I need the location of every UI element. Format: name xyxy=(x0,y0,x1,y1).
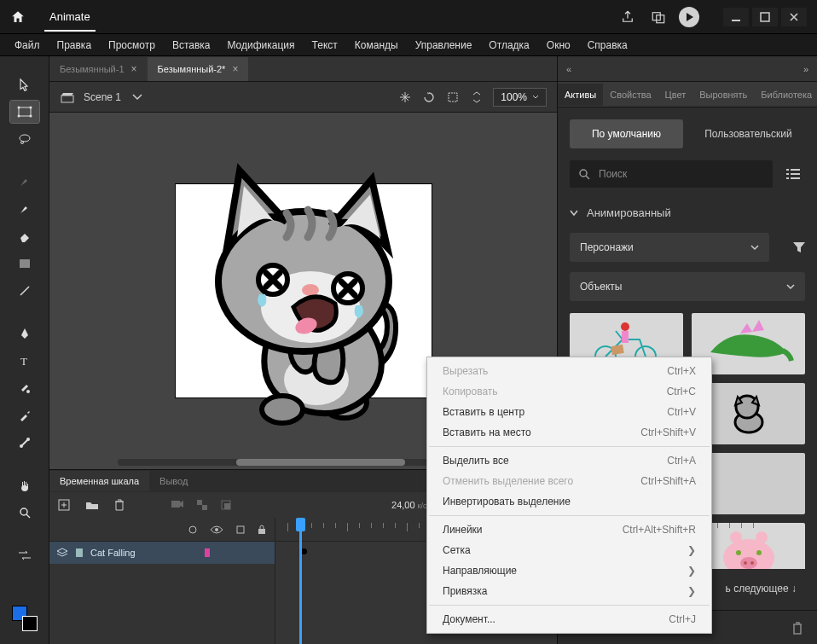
doc-tab-1-label: Безымянный-1 xyxy=(60,64,125,74)
fit-icon[interactable] xyxy=(469,90,484,105)
svg-point-70 xyxy=(740,557,757,569)
section-animated[interactable]: Анимированный xyxy=(558,198,817,228)
menu-control[interactable]: Управление xyxy=(408,36,480,55)
doc-tab-2[interactable]: Безымянный-2*× xyxy=(148,57,249,81)
context-menu-item[interactable]: Выделить всеCtrl+A xyxy=(427,450,711,471)
eraser-tool[interactable] xyxy=(10,225,39,247)
menu-edit[interactable]: Правка xyxy=(49,36,100,55)
layer-name: Cat Falling xyxy=(90,548,136,558)
outline-icon[interactable] xyxy=(235,525,246,535)
timeline-tab[interactable]: Временная шкала xyxy=(49,471,149,491)
menu-view[interactable]: Просмотр xyxy=(101,36,163,55)
close-icon[interactable]: × xyxy=(232,63,238,75)
free-transform-tool[interactable] xyxy=(10,101,39,123)
menu-commands[interactable]: Команды xyxy=(347,36,406,55)
context-menu-item[interactable]: Документ...Ctrl+J xyxy=(427,609,711,629)
svg-line-12 xyxy=(20,287,29,295)
center-stage-icon[interactable] xyxy=(397,90,413,105)
context-menu-item[interactable]: ЛинейкиCtrl+Alt+Shift+R xyxy=(427,519,711,540)
menu-modify[interactable]: Модификация xyxy=(219,36,302,55)
context-menu-item[interactable]: Сетка❯ xyxy=(427,540,711,560)
tab-library[interactable]: Библиотека xyxy=(754,84,817,106)
lock-icon[interactable] xyxy=(258,525,266,535)
scene-clapper-icon[interactable] xyxy=(60,90,75,105)
camera-icon[interactable] xyxy=(171,499,184,511)
output-tab[interactable]: Вывод xyxy=(149,471,198,491)
selection-tool[interactable] xyxy=(10,73,39,96)
close-button[interactable] xyxy=(781,8,807,26)
dropdown-characters[interactable]: Персонажи xyxy=(570,233,769,262)
text-tool[interactable]: T xyxy=(10,350,39,372)
clip-mask-icon[interactable] xyxy=(445,90,461,105)
trash-icon[interactable] xyxy=(791,621,803,635)
add-layer-icon[interactable] xyxy=(58,499,70,511)
tab-assets[interactable]: Активы xyxy=(558,84,603,106)
hand-tool[interactable] xyxy=(10,474,39,496)
share-icon[interactable] xyxy=(615,4,640,30)
chevron-down-icon[interactable] xyxy=(130,90,145,105)
context-menu: ВырезатьCtrl+XКопироватьCtrl+CВставить в… xyxy=(426,357,712,634)
play-preview-button[interactable] xyxy=(676,4,702,30)
tab-properties[interactable]: Свойства xyxy=(603,84,658,106)
context-menu-item[interactable]: Привязка❯ xyxy=(427,581,711,601)
eyedropper-tool[interactable] xyxy=(10,404,39,426)
swap-icon[interactable] xyxy=(10,544,39,566)
mode-custom-button[interactable]: Пользовательский xyxy=(692,119,805,148)
menu-debug[interactable]: Отладка xyxy=(481,36,536,55)
maximize-button[interactable] xyxy=(752,8,778,26)
visibility-icon[interactable] xyxy=(210,525,223,534)
menu-help[interactable]: Справка xyxy=(580,36,635,55)
menu-file[interactable]: Файл xyxy=(7,36,48,55)
stroke-color-swatch[interactable] xyxy=(22,616,38,631)
svg-rect-19 xyxy=(61,96,73,102)
tab-color[interactable]: Цвет xyxy=(658,84,693,106)
layer-row[interactable]: Cat Falling xyxy=(49,542,275,564)
trash-icon[interactable] xyxy=(114,499,125,511)
rectangle-tool[interactable] xyxy=(10,252,39,275)
pen-tool[interactable] xyxy=(10,322,39,345)
close-icon[interactable]: × xyxy=(131,63,137,75)
keyframe-dot[interactable] xyxy=(301,548,307,554)
keyframe-marker[interactable] xyxy=(205,548,210,557)
minimize-button[interactable] xyxy=(723,8,749,26)
tab-align[interactable]: Выровнять xyxy=(692,84,754,106)
lasso-tool[interactable] xyxy=(10,128,39,150)
bone-tool[interactable] xyxy=(10,432,39,454)
fluid-brush-tool[interactable] xyxy=(10,171,39,193)
search-input[interactable]: Поиск xyxy=(570,160,773,188)
folder-icon[interactable] xyxy=(85,500,99,510)
dropdown-objects[interactable]: Объекты xyxy=(570,272,805,301)
zoom-select[interactable]: 100% xyxy=(493,88,547,107)
depth-icon[interactable] xyxy=(220,499,232,511)
svg-point-8 xyxy=(29,115,32,118)
playhead[interactable] xyxy=(299,518,302,644)
menu-insert[interactable]: Вставка xyxy=(165,36,218,55)
filter-icon[interactable] xyxy=(790,241,808,253)
context-menu-item[interactable]: Вставить на местоCtrl+Shift+V xyxy=(427,422,711,443)
highlight-icon[interactable] xyxy=(188,525,198,535)
mode-default-button[interactable]: По умолчанию xyxy=(570,119,683,148)
collapse-left-icon[interactable]: « xyxy=(566,64,571,74)
list-view-icon[interactable] xyxy=(781,162,805,186)
home-icon[interactable] xyxy=(9,8,27,26)
context-menu-item[interactable]: Инвертировать выделение xyxy=(427,491,711,512)
zoom-tool[interactable] xyxy=(10,502,39,524)
fps-display[interactable]: 24,00 к/с xyxy=(391,500,427,510)
doc-tab-1[interactable]: Безымянный-1× xyxy=(49,57,148,81)
context-menu-item[interactable]: Вставить в центрCtrl+V xyxy=(427,402,711,422)
ink-tool[interactable] xyxy=(10,377,39,399)
collapse-right-icon[interactable]: » xyxy=(803,64,808,74)
line-tool[interactable] xyxy=(10,280,39,302)
arrange-icon[interactable] xyxy=(646,4,671,30)
scene-label: Scene 1 xyxy=(84,91,121,103)
layers-icon xyxy=(56,548,68,558)
color-swatches[interactable] xyxy=(0,593,49,644)
svg-rect-3 xyxy=(761,13,769,21)
context-menu-item[interactable]: Направляющие❯ xyxy=(427,560,711,581)
menu-text[interactable]: Текст xyxy=(304,36,345,55)
menu-window[interactable]: Окно xyxy=(539,36,578,55)
right-panel-tabs: Активы Свойства Цвет Выровнять Библиотек… xyxy=(558,82,817,107)
layers-parent-icon[interactable] xyxy=(196,499,208,511)
brush-tool[interactable] xyxy=(10,198,39,220)
rotate-view-icon[interactable] xyxy=(421,90,437,105)
